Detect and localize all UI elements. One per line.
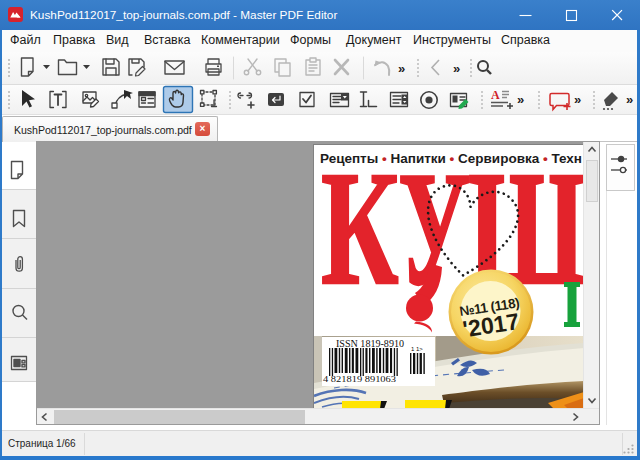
- svg-text:»: »: [453, 61, 460, 76]
- svg-text:1 1>: 1 1>: [411, 346, 423, 352]
- svg-text:»: »: [398, 61, 405, 76]
- svg-text:»: »: [626, 92, 633, 107]
- svg-text:A: A: [491, 88, 500, 102]
- svg-text:4 821819 891063: 4 821819 891063: [323, 375, 396, 384]
- svg-text:К: К: [321, 145, 399, 319]
- svg-text:»: »: [574, 92, 581, 107]
- svg-text:ISSN 1819-8910: ISSN 1819-8910: [336, 339, 404, 349]
- svg-text:»: »: [517, 92, 524, 107]
